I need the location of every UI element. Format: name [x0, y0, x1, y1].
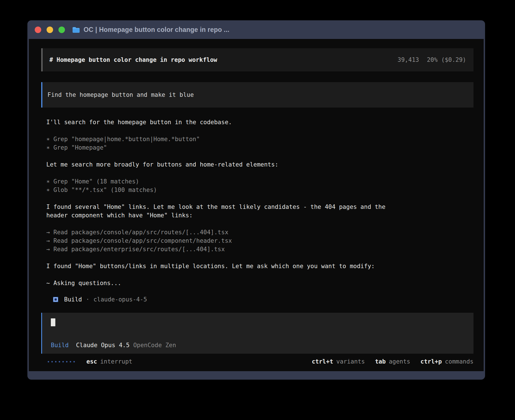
blank-line [46, 169, 473, 177]
spinner-dot [70, 361, 71, 362]
zoom-button[interactable] [58, 27, 65, 33]
assistant-text-line: I'll search for the homepage button in t… [46, 118, 399, 126]
tool-call-line: → Read packages/console/app/src/routes/[… [46, 228, 473, 237]
shortcut-hint: ctrl+pcommands [420, 358, 473, 365]
assistant-text-line: Let me search more broadly for buttons a… [46, 160, 399, 169]
tool-call-line: ∗ Grep "homepage|home.*button|Home.*butt… [46, 135, 473, 143]
input-model: Claude Opus 4.5 [76, 342, 130, 349]
shortcut-key: tab [375, 358, 386, 365]
spinner-dot [73, 361, 75, 362]
spinner-dot [55, 361, 56, 362]
prompt-input[interactable]: Build Claude Opus 4.5 OpenCode Zen [41, 313, 473, 354]
input-meta: Build Claude Opus 4.5 OpenCode Zen [51, 342, 464, 349]
window-titlebar[interactable]: OC | Homepage button color change in rep… [27, 20, 485, 39]
blank-line [46, 220, 473, 228]
status-left: escinterrupt [48, 358, 132, 365]
shortcuts-right: ctrl+tvariantstabagentsctrl+pcommands [312, 358, 473, 365]
shortcut-hint: escinterrupt [86, 358, 132, 365]
user-message-text: Find the homepage button and make it blu… [47, 91, 194, 98]
shortcut-hint: tabagents [375, 358, 410, 365]
assistant-text-line: I found several "Home" links. Let me loo… [46, 203, 399, 220]
agent-separator: · [86, 296, 90, 303]
shortcut-key: ctrl+t [312, 358, 333, 365]
shortcuts-left: escinterrupt [86, 358, 132, 365]
user-message: Find the homepage button and make it blu… [41, 82, 473, 108]
session-stats: 39,413 20% ($0.29) [398, 56, 466, 63]
folder-icon [72, 27, 80, 33]
shortcut-hint: ctrl+tvariants [312, 358, 365, 365]
minimize-button[interactable] [47, 27, 53, 33]
terminal-content: # Homepage button color change in repo w… [29, 39, 484, 371]
window-title: OC | Homepage button color change in rep… [84, 26, 229, 34]
spinner-dot [48, 361, 49, 362]
tool-call-line: → Read packages/console/app/src/componen… [46, 237, 473, 245]
assistant-text-line: ~ Asking questions... [46, 279, 399, 287]
close-button[interactable] [35, 27, 41, 33]
tool-call-line: ∗ Grep "Home" (18 matches) [46, 177, 473, 186]
assistant-text-line: I found "Home" buttons/links in multiple… [46, 262, 399, 270]
shortcut-label: variants [336, 358, 365, 365]
blank-line [46, 126, 473, 135]
blank-line [46, 194, 473, 203]
shortcut-key: esc [86, 358, 97, 365]
tool-call-line: ∗ Glob "**/*.tsx" (100 matches) [46, 186, 473, 194]
shortcut-label: agents [389, 358, 410, 365]
assistant-transcript: I'll search for the homepage button in t… [46, 118, 473, 287]
shortcut-label: interrupt [100, 358, 132, 365]
build-agent-icon [53, 297, 58, 302]
spinner-dot [66, 361, 67, 362]
blank-line [46, 253, 473, 262]
token-count: 39,413 [398, 56, 419, 63]
text-cursor [51, 318, 55, 326]
tool-call-line: → Read packages/enterprise/src/routes/[.… [46, 245, 473, 253]
session-header: # Homepage button color change in repo w… [41, 48, 473, 71]
agent-model: claude-opus-4-5 [93, 296, 147, 303]
context-cost: 20% ($0.29) [427, 56, 466, 63]
agent-name: Build [64, 296, 82, 303]
terminal-window: OC | Homepage button color change in rep… [27, 20, 485, 380]
blank-line [46, 270, 473, 279]
spinner-dot [62, 361, 64, 362]
input-mode: Build [51, 342, 69, 349]
input-provider: OpenCode Zen [133, 342, 176, 349]
spinner-dots [48, 361, 75, 362]
status-bar: escinterrupt ctrl+tvariantstabagentsctrl… [41, 358, 473, 366]
blank-line [46, 152, 473, 160]
agent-status-line: Build · claude-opus-4-5 [53, 295, 473, 304]
spinner-dot [51, 361, 53, 362]
tool-call-line: ∗ Grep "Homepage" [46, 143, 473, 152]
shortcut-key: ctrl+p [420, 358, 442, 365]
spinner-dot [59, 361, 60, 362]
shortcut-label: commands [445, 358, 473, 365]
session-title: # Homepage button color change in repo w… [49, 56, 217, 63]
traffic-lights [35, 27, 65, 33]
